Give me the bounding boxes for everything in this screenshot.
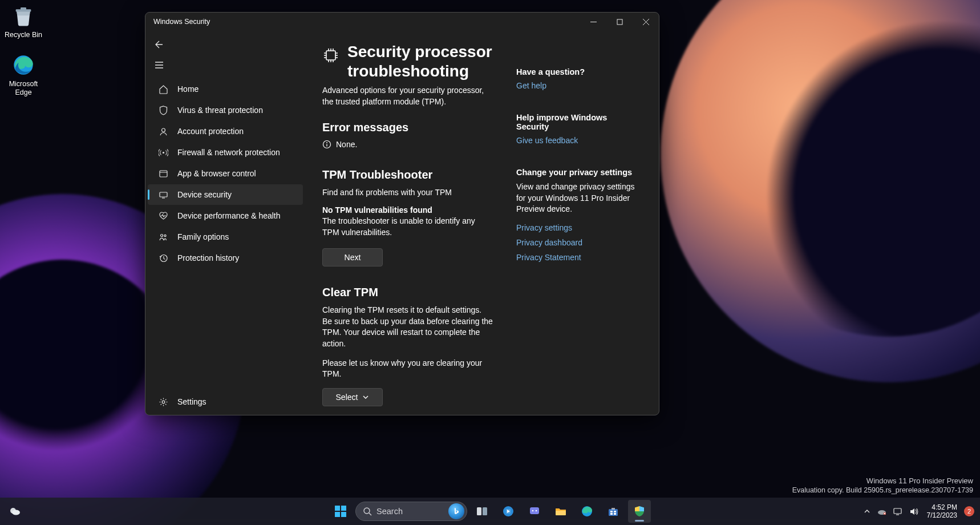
family-icon — [158, 232, 168, 242]
shield-icon — [158, 105, 168, 115]
taskbar-windows-security[interactable] — [628, 500, 651, 523]
nav-item-appbrowser[interactable]: App & browser control — [148, 163, 303, 184]
svg-rect-20 — [341, 512, 346, 517]
tpm-troubleshooter-sub: Find and fix problems with your TPM — [322, 187, 493, 199]
nav-item-label: Family options — [177, 232, 229, 241]
desktop-icon-recycle-bin[interactable]: Recycle Bin — [1, 3, 46, 40]
svg-point-9 — [164, 235, 165, 236]
nav-item-family[interactable]: Family options — [148, 227, 303, 247]
svg-rect-25 — [530, 507, 539, 514]
taskbar-clock[interactable]: 4:52 PM 7/12/2023 — [927, 503, 957, 520]
svg-rect-32 — [610, 513, 613, 515]
aside-privacy-heading: Change your privacy settings — [516, 168, 636, 177]
aside-privacy-desc: View and change privacy settings for you… — [516, 181, 636, 215]
tray-volume-icon[interactable] — [909, 506, 919, 516]
nav-item-settings[interactable]: Settings — [148, 391, 303, 412]
nav-item-label: Settings — [177, 397, 206, 406]
svg-point-26 — [532, 510, 534, 512]
hamburger-button[interactable] — [148, 55, 171, 75]
taskbar-explorer[interactable] — [549, 500, 572, 523]
page-description: Advanced options for your security proce… — [322, 85, 493, 107]
svg-rect-1 — [21, 7, 26, 10]
app-icon — [158, 168, 168, 179]
give-feedback-link[interactable]: Give us feedback — [516, 136, 636, 145]
nav-item-home[interactable]: Home — [148, 79, 303, 99]
taskbar-weather[interactable] — [6, 502, 24, 520]
notification-badge[interactable]: 2 — [964, 506, 974, 516]
aside-improve-heading: Help improve Windows Security — [516, 113, 636, 131]
close-button[interactable] — [633, 13, 659, 31]
svg-rect-30 — [610, 511, 613, 512]
svg-point-5 — [162, 151, 164, 153]
svg-point-4 — [161, 128, 165, 132]
nav-item-label: Home — [177, 84, 199, 94]
tpm-troubleshooter-heading: TPM Troubleshooter — [322, 168, 493, 181]
home-icon — [158, 84, 168, 94]
svg-rect-6 — [160, 171, 167, 177]
gear-icon — [158, 397, 168, 407]
taskbar-store[interactable] — [602, 500, 625, 523]
titlebar[interactable]: Windows Security — [145, 13, 659, 31]
nav-item-label: Virus & threat protection — [177, 106, 263, 115]
nav-item-label: Device performance & health — [177, 211, 281, 220]
privacy-settings-link[interactable]: Privacy settings — [516, 223, 636, 232]
svg-rect-23 — [483, 507, 487, 515]
svg-rect-3 — [617, 19, 622, 25]
minimize-button[interactable] — [580, 13, 606, 31]
aside-question-heading: Have a question? — [516, 67, 636, 76]
window-title: Windows Security — [153, 18, 210, 26]
desktop-icon-label: Microsoft Edge — [1, 80, 46, 98]
nav-item-history[interactable]: Protection history — [148, 248, 303, 268]
nav-item-device-security[interactable]: Device security — [148, 184, 303, 205]
select-button[interactable]: Select — [322, 388, 383, 406]
clear-tpm-heading: Clear TPM — [322, 286, 493, 299]
windows-security-window: Windows Security Home Virus & threa — [145, 12, 659, 415]
taskbar-taskview[interactable] — [471, 500, 493, 523]
navigation-sidebar: Home Virus & threat protection Account p… — [145, 31, 305, 415]
taskbar: Search 4:52 PM 7/12/2023 2 — [0, 498, 980, 525]
nav-item-account[interactable]: Account protection — [148, 121, 303, 142]
taskbar-chat[interactable] — [523, 500, 546, 523]
nav-item-label: Account protection — [177, 127, 244, 136]
nav-item-performance[interactable]: Device performance & health — [148, 205, 303, 226]
start-button[interactable] — [329, 500, 352, 523]
svg-rect-22 — [477, 507, 481, 515]
svg-rect-36 — [894, 508, 901, 514]
taskbar-edge[interactable] — [576, 500, 598, 523]
nav-item-label: App & browser control — [177, 169, 256, 178]
tray-chevron-up-icon[interactable] — [862, 506, 872, 516]
bing-icon[interactable] — [448, 503, 464, 519]
nav-item-firewall[interactable]: Firewall & network protection — [148, 142, 303, 163]
recycle-bin-icon — [11, 3, 36, 29]
history-icon — [158, 253, 168, 263]
desktop-icon-microsoft-edge[interactable]: Microsoft Edge — [1, 52, 46, 98]
nav-item-label: Protection history — [177, 253, 239, 262]
maximize-button[interactable] — [606, 13, 633, 31]
svg-point-8 — [160, 234, 163, 236]
svg-rect-17 — [335, 506, 340, 511]
svg-rect-29 — [609, 509, 618, 516]
get-help-link[interactable]: Get help — [516, 81, 636, 90]
next-button[interactable]: Next — [322, 248, 383, 266]
tray-onedrive-icon[interactable] — [877, 506, 887, 516]
privacy-dashboard-link[interactable]: Privacy dashboard — [516, 238, 636, 247]
svg-rect-7 — [160, 192, 167, 197]
svg-point-11 — [162, 401, 165, 403]
device-icon — [158, 189, 168, 200]
nav-item-virus[interactable]: Virus & threat protection — [148, 100, 303, 120]
search-placeholder: Search — [376, 507, 403, 516]
taskbar-search[interactable]: Search — [355, 502, 467, 521]
tray-network-icon[interactable] — [893, 506, 903, 516]
edge-icon — [11, 52, 36, 78]
clear-tpm-body2: Please let us know why you are clearing … — [322, 358, 493, 380]
back-button[interactable] — [148, 34, 171, 55]
heart-icon — [158, 211, 168, 221]
taskbar-copilot[interactable] — [497, 500, 520, 523]
search-icon — [363, 507, 372, 516]
svg-point-16 — [12, 510, 20, 515]
svg-point-27 — [536, 510, 537, 512]
privacy-statement-link[interactable]: Privacy Statement — [516, 253, 636, 262]
content-scroll-area[interactable]: Security processor troubleshooting Advan… — [305, 31, 659, 415]
account-icon — [158, 126, 168, 136]
nav-item-label: Firewall & network protection — [177, 148, 280, 157]
